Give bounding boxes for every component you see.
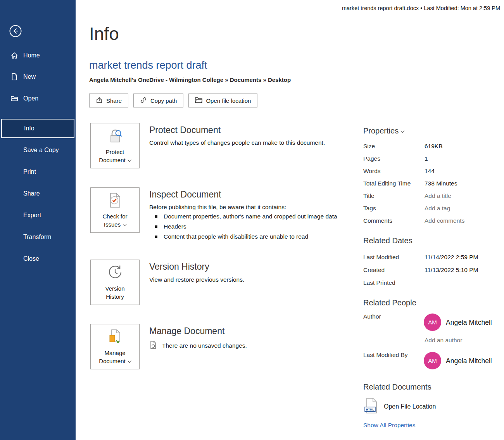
property-row-total-editing-time: Total Editing Time 738 Minutes (363, 177, 503, 190)
property-label: Title (363, 192, 425, 199)
date-value: 11/14/2022 2:59 PM (425, 254, 478, 261)
sidebar-item-label: Open (23, 95, 38, 102)
version-history-clock-icon (107, 264, 124, 282)
add-comments-field[interactable]: Add comments (425, 217, 464, 224)
show-all-properties-link[interactable]: Show All Properties (363, 422, 415, 429)
sidebar-item-save-a-copy[interactable]: Save a Copy (0, 140, 76, 160)
property-label: Size (363, 143, 425, 150)
protect-document-lock-icon (107, 127, 124, 146)
property-row-size: Size 619KB (363, 140, 503, 152)
property-row-words: Words 144 (363, 165, 503, 177)
folder-icon (195, 97, 202, 104)
property-label: Comments (363, 217, 425, 224)
copy-path-button-label: Copy path (150, 97, 177, 104)
last-modified-by-name[interactable]: Angela Mitchell (446, 357, 492, 365)
share-icon (96, 97, 103, 105)
author-name[interactable]: Angela Mitchell (446, 319, 492, 327)
sidebar-item-close[interactable]: Close (0, 249, 76, 269)
header-actions: Share Copy path Open file location (89, 94, 257, 107)
new-document-icon (10, 73, 18, 81)
copy-path-button[interactable]: Copy path (133, 94, 183, 107)
version-history-description: View and restore previous versions. (149, 276, 244, 283)
bullet-item: Content that people with disabilities ar… (155, 233, 337, 240)
sidebar-item-export[interactable]: Export (0, 206, 76, 225)
sidebar-item-info[interactable]: Info (1, 119, 74, 138)
protect-document-button[interactable]: Protect Document (90, 123, 140, 168)
back-button[interactable] (9, 24, 22, 38)
sidebar-item-transform[interactable]: Transform (0, 227, 76, 247)
svg-text:HTML: HTML (366, 408, 374, 411)
date-label: Last Printed (363, 279, 425, 286)
author-label: Author (363, 313, 381, 320)
date-label: Created (363, 267, 425, 274)
unsaved-changes-document-icon (149, 341, 157, 351)
property-label: Words (363, 168, 425, 175)
related-dates-heading: Related Dates (363, 236, 413, 245)
add-tag-field[interactable]: Add a tag (425, 205, 450, 212)
chevron-down-icon (401, 129, 405, 133)
version-history-title: Version History (149, 262, 209, 272)
sidebar-item-new[interactable]: New (0, 68, 76, 85)
check-for-issues-icon (107, 192, 124, 210)
date-row-last-printed: Last Printed (363, 276, 503, 289)
open-file-location-button[interactable]: Open file location (188, 94, 257, 107)
bullet-item: Document properties, author's name and c… (155, 213, 337, 220)
property-row-title: Title Add a title (363, 190, 503, 202)
back-arrow-icon (9, 32, 22, 39)
sidebar-item-label: Close (23, 255, 39, 262)
related-dates-table: Last Modified 11/14/2022 2:59 PM Created… (363, 251, 503, 289)
property-row-comments: Comments Add comments (363, 215, 503, 227)
sidebar-item-label: Save a Copy (23, 147, 59, 154)
sidebar-item-label: New (23, 73, 36, 80)
inspect-document-title: Inspect Document (149, 189, 221, 200)
sidebar-item-print[interactable]: Print (0, 162, 76, 182)
date-row-created: Created 11/13/2022 5:10 PM (363, 263, 503, 276)
manage-document-status-text: There are no unsaved changes. (162, 342, 247, 349)
html-document-icon: HTML (364, 398, 378, 415)
last-modified-by-label: Last Modified By (363, 352, 408, 359)
property-row-pages: Pages 1 (363, 152, 503, 165)
property-value: 1 (425, 155, 428, 162)
protect-document-button-label: Protect Document (99, 149, 125, 163)
last-modified-by-avatar[interactable]: AM (424, 352, 441, 369)
related-documents-heading: Related Documents (363, 383, 432, 391)
chevron-down-icon (128, 359, 131, 363)
properties-heading[interactable]: Properties (363, 126, 404, 135)
backstage-sidebar: Home New Open Info Save a Copy Print Sha… (0, 0, 76, 440)
open-file-location-link[interactable]: HTML Open File Location (364, 398, 436, 415)
document-titlebar-text: market trends report draft.docx • Last M… (342, 5, 500, 11)
sidebar-item-open[interactable]: Open (0, 90, 76, 107)
author-avatar[interactable]: AM (424, 314, 441, 331)
related-people-heading: Related People (363, 298, 416, 307)
add-author-field[interactable]: Add an author (425, 337, 462, 344)
check-for-issues-button[interactable]: Check for Issues (90, 187, 140, 233)
sidebar-item-label: Home (23, 52, 40, 59)
sidebar-item-home[interactable]: Home (0, 47, 76, 64)
version-history-button-label: Version History (105, 285, 124, 300)
manage-document-button-label: Manage Document (99, 350, 125, 364)
open-folder-icon (10, 95, 18, 102)
sidebar-item-label: Export (23, 212, 41, 219)
sidebar-item-share[interactable]: Share (0, 184, 76, 203)
manage-document-icon (107, 328, 124, 346)
manage-document-title: Manage Document (149, 326, 224, 336)
version-history-button[interactable]: Version History (90, 260, 140, 305)
add-title-field[interactable]: Add a title (425, 192, 451, 199)
share-button-label: Share (106, 97, 122, 104)
document-title: market trends report draft (89, 59, 207, 71)
property-value: 619KB (425, 143, 443, 150)
date-label: Last Modified (363, 254, 425, 261)
sidebar-item-label: Info (24, 125, 35, 132)
bullet-item: Headers (155, 223, 337, 230)
link-icon (140, 97, 147, 105)
manage-document-button[interactable]: Manage Document (90, 324, 140, 369)
property-row-tags: Tags Add a tag (363, 202, 503, 215)
property-value: 144 (425, 168, 435, 175)
date-value: 11/13/2022 5:10 PM (425, 267, 478, 274)
sidebar-item-label: Share (23, 190, 40, 197)
open-file-location-link-label: Open File Location (384, 403, 436, 410)
inspect-document-bullet-list: Document properties, author's name and c… (155, 213, 337, 243)
share-button[interactable]: Share (89, 94, 128, 107)
open-file-location-button-label: Open file location (206, 97, 251, 104)
property-label: Pages (363, 155, 425, 162)
